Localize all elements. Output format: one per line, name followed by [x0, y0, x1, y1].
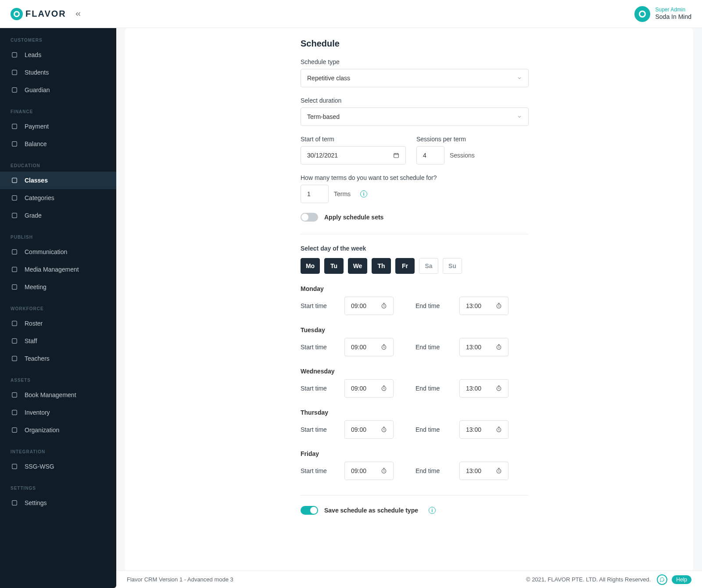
sidebar-item-inventory[interactable]: Inventory	[0, 404, 116, 421]
sidebar-item-label: Payment	[25, 123, 49, 130]
sidebar-item-label: Balance	[25, 140, 47, 147]
sidebar-item-ssg-wsg[interactable]: SSG-WSG	[0, 458, 116, 475]
start-of-term-input[interactable]: 30/12/2021	[301, 146, 406, 165]
end-time-input[interactable]: 13:00	[459, 338, 509, 356]
sidebar-item-book-management[interactable]: Book Management	[0, 386, 116, 404]
sidebar-item-teachers[interactable]: Teachers	[0, 350, 116, 367]
svg-rect-6	[12, 196, 17, 201]
sessions-per-term-input[interactable]: 4	[416, 146, 444, 165]
svg-rect-19	[394, 154, 399, 158]
user-menu[interactable]: Super Admin Soda In Mind	[634, 6, 692, 22]
end-time-label: End time	[415, 426, 451, 433]
start-time-input[interactable]: 09:00	[344, 338, 394, 356]
terms-question-label: How many terms do you want to set schedu…	[301, 174, 529, 181]
apply-schedule-sets-label: Apply schedule sets	[324, 214, 383, 221]
start-time-label: Start time	[301, 302, 336, 309]
sidebar-heading: CUSTOMERS	[0, 36, 116, 46]
end-time-input[interactable]: 13:00	[459, 297, 509, 315]
gear-icon	[11, 499, 18, 507]
user-name: Soda In Mind	[655, 13, 692, 21]
sidebar: CUSTOMERSLeadsStudentsGuardianFINANCEPay…	[0, 28, 116, 588]
clock-icon	[381, 344, 387, 350]
grade-icon	[11, 212, 18, 219]
clock-icon	[381, 385, 387, 391]
terms-count-input[interactable]: 1	[301, 185, 329, 203]
sidebar-item-media-management[interactable]: Media Management	[0, 261, 116, 278]
section-title: Schedule	[301, 39, 529, 49]
clock-icon	[381, 427, 387, 433]
day-chip-sa[interactable]: Sa	[419, 258, 438, 274]
chat-icon	[11, 248, 18, 256]
start-time-input[interactable]: 09:00	[344, 420, 394, 439]
svg-rect-12	[12, 339, 17, 344]
chevron-down-icon	[517, 75, 522, 81]
avatar	[634, 6, 650, 22]
day-block-monday: MondayStart time09:00End time13:00	[301, 285, 529, 315]
select-duration-label: Select duration	[301, 97, 529, 104]
apply-schedule-sets-toggle[interactable]	[301, 213, 318, 222]
whatsapp-icon[interactable]	[657, 574, 667, 585]
end-time-input[interactable]: 13:00	[459, 379, 509, 398]
select-duration-select[interactable]: Term-based	[301, 108, 529, 126]
day-title: Wednesday	[301, 368, 529, 375]
info-icon[interactable]: i	[429, 507, 436, 514]
sidebar-item-meeting[interactable]: Meeting	[0, 278, 116, 296]
info-icon[interactable]: i	[360, 190, 367, 197]
svg-rect-17	[12, 464, 17, 469]
sidebar-item-communication[interactable]: Communication	[0, 243, 116, 261]
end-time-input[interactable]: 13:00	[459, 420, 509, 439]
end-time-input[interactable]: 13:00	[459, 462, 509, 480]
svg-rect-18	[12, 501, 17, 506]
sidebar-item-guardian[interactable]: Guardian	[0, 81, 116, 99]
day-chip-we[interactable]: We	[348, 258, 367, 274]
svg-rect-15	[12, 410, 17, 415]
scale-icon	[11, 140, 18, 148]
sidebar-heading: PUBLISH	[0, 233, 116, 243]
sidebar-item-label: Teachers	[25, 355, 50, 362]
day-chip-fr[interactable]: Fr	[395, 258, 415, 274]
clock-icon	[381, 468, 387, 474]
layers-icon	[11, 463, 18, 470]
user-role: Super Admin	[655, 7, 692, 13]
user-icon	[11, 68, 18, 76]
media-icon	[11, 265, 18, 273]
sidebar-item-categories[interactable]: Categories	[0, 189, 116, 207]
sidebar-item-grade[interactable]: Grade	[0, 207, 116, 224]
clock-icon	[496, 303, 502, 309]
help-button[interactable]: Help	[672, 575, 691, 584]
start-of-term-label: Start of term	[301, 136, 406, 143]
sidebar-item-roster[interactable]: Roster	[0, 315, 116, 332]
sidebar-item-organization[interactable]: Organization	[0, 421, 116, 439]
day-title: Thursday	[301, 409, 529, 416]
day-title: Friday	[301, 450, 529, 457]
footer: Flavor CRM Version 1 - Advanced mode 3 ©…	[116, 570, 702, 588]
day-chip-tu[interactable]: Tu	[324, 258, 344, 274]
day-chip-mo[interactable]: Mo	[301, 258, 320, 274]
end-time-label: End time	[415, 467, 451, 474]
day-title: Tuesday	[301, 326, 529, 333]
brand-logo[interactable]: FLAVOR	[11, 8, 66, 20]
sidebar-item-classes[interactable]: Classes	[0, 172, 116, 189]
sidebar-item-label: Grade	[25, 212, 42, 219]
day-chip-th[interactable]: Th	[372, 258, 391, 274]
sidebar-heading: ASSETS	[0, 376, 116, 386]
schedule-type-select[interactable]: Repetitive class	[301, 69, 529, 87]
sidebar-item-leads[interactable]: Leads	[0, 46, 116, 64]
svg-rect-3	[12, 124, 17, 129]
sidebar-item-settings[interactable]: Settings	[0, 494, 116, 512]
sidebar-item-staff[interactable]: Staff	[0, 332, 116, 350]
day-chip-su[interactable]: Su	[443, 258, 462, 274]
sidebar-collapse-button[interactable]	[74, 10, 82, 18]
day-block-tuesday: TuesdayStart time09:00End time13:00	[301, 326, 529, 356]
start-time-input[interactable]: 09:00	[344, 297, 394, 315]
sidebar-item-label: Inventory	[25, 409, 50, 416]
logo-mark-icon	[11, 8, 23, 20]
staff-icon	[11, 337, 18, 345]
sidebar-heading: EDUCATION	[0, 161, 116, 172]
start-time-input[interactable]: 09:00	[344, 379, 394, 398]
sidebar-item-balance[interactable]: Balance	[0, 135, 116, 153]
start-time-input[interactable]: 09:00	[344, 462, 394, 480]
sidebar-item-payment[interactable]: Payment	[0, 118, 116, 135]
sidebar-item-students[interactable]: Students	[0, 64, 116, 81]
save-schedule-toggle[interactable]	[301, 506, 318, 515]
